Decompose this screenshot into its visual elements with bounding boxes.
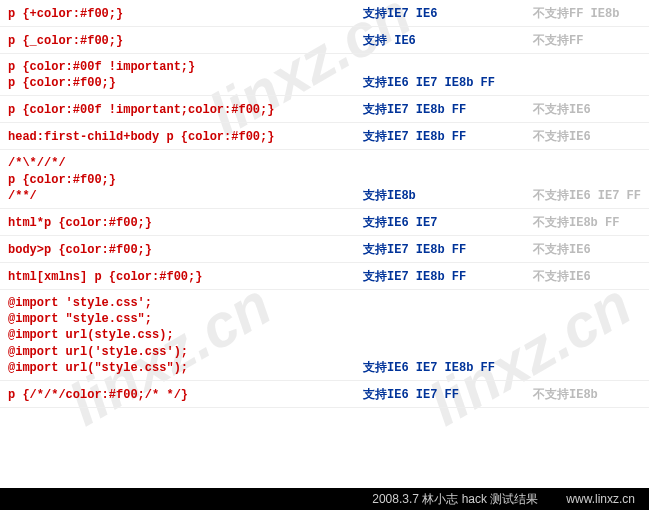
not-support-browsers: IE6: [569, 270, 591, 284]
not-support-cell: 不支持IE8b: [533, 386, 641, 403]
support-cell: 支持IE6 IE7 IE8b FF: [363, 74, 533, 91]
code-cell: @import 'style.css'; @import "style.css"…: [8, 295, 363, 376]
not-support-browsers: IE8b FF: [569, 216, 619, 230]
support-browsers: IE6 IE7: [387, 216, 437, 230]
support-browsers: IE6 IE7 FF: [387, 388, 459, 402]
support-cell: 支持IE7 IE8b FF: [363, 101, 533, 118]
not-support-label: 不支持: [533, 102, 569, 116]
support-cell: 支持IE8b: [363, 187, 533, 204]
support-label: 支持: [363, 33, 387, 47]
code-cell: p {/*/*/color:#f00;/* */}: [8, 387, 363, 403]
not-support-label: 不支持: [533, 33, 569, 47]
support-cell: 支持IE6 IE7 IE8b FF: [363, 359, 533, 376]
code-cell: p {_color:#f00;}: [8, 33, 363, 49]
code-cell: body>p {color:#f00;}: [8, 242, 363, 258]
support-cell: 支持 IE6: [363, 32, 533, 49]
not-support-label: 不支持: [533, 387, 569, 401]
table-row: p {+color:#f00;}支持IE7 IE6不支持FF IE8b: [0, 0, 649, 27]
code-cell: /*\*//*/ p {color:#f00;} /**/: [8, 155, 363, 204]
support-cell: 支持IE7 IE8b FF: [363, 241, 533, 258]
footer-bar: 2008.3.7 林小志 hack 测试结果 www.linxz.cn: [0, 488, 649, 510]
not-support-browsers: IE6: [569, 130, 591, 144]
not-support-browsers: IE6: [569, 103, 591, 117]
support-label: 支持: [363, 215, 387, 229]
table-row: head:first-child+body p {color:#f00;}支持I…: [0, 123, 649, 150]
support-label: 支持: [363, 6, 387, 20]
support-cell: 支持IE6 IE7: [363, 214, 533, 231]
support-label: 支持: [363, 188, 387, 202]
code-cell: html*p {color:#f00;}: [8, 215, 363, 231]
support-label: 支持: [363, 269, 387, 283]
code-cell: p {color:#00f !important;color:#f00;}: [8, 102, 363, 118]
support-browsers: IE6 IE7 IE8b FF: [387, 361, 495, 375]
table-row: p {color:#00f !important;color:#f00;}支持I…: [0, 96, 649, 123]
support-browsers: IE7 IE8b FF: [387, 103, 466, 117]
not-support-label: 不支持: [533, 215, 569, 229]
not-support-cell: 不支持IE6: [533, 268, 641, 285]
not-support-label: 不支持: [533, 6, 569, 20]
footer-url: www.linxz.cn: [566, 492, 635, 506]
table-row: @import 'style.css'; @import "style.css"…: [0, 290, 649, 381]
support-browsers: IE8b: [387, 189, 416, 203]
table-row: p {/*/*/color:#f00;/* */}支持IE6 IE7 FF不支持…: [0, 381, 649, 408]
support-browsers: IE6: [387, 34, 416, 48]
code-cell: html[xmlns] p {color:#f00;}: [8, 269, 363, 285]
not-support-label: 不支持: [533, 129, 569, 143]
support-browsers: IE7 IE6: [387, 7, 437, 21]
table-row: p {color:#00f !important;} p {color:#f00…: [0, 54, 649, 96]
support-browsers: IE7 IE8b FF: [387, 270, 466, 284]
not-support-browsers: IE6: [569, 243, 591, 257]
support-cell: 支持IE6 IE7 FF: [363, 386, 533, 403]
not-support-cell: 不支持IE6 IE7 FF: [533, 187, 641, 204]
support-cell: 支持IE7 IE8b FF: [363, 268, 533, 285]
table-row: p {_color:#f00;}支持 IE6不支持FF: [0, 27, 649, 54]
support-browsers: IE7 IE8b FF: [387, 130, 466, 144]
hack-results-table: p {+color:#f00;}支持IE7 IE6不支持FF IE8bp {_c…: [0, 0, 649, 408]
code-cell: head:first-child+body p {color:#f00;}: [8, 129, 363, 145]
table-row: body>p {color:#f00;}支持IE7 IE8b FF不支持IE6: [0, 236, 649, 263]
not-support-browsers: IE8b: [569, 388, 598, 402]
support-browsers: IE6 IE7 IE8b FF: [387, 76, 495, 90]
support-label: 支持: [363, 129, 387, 143]
not-support-cell: 不支持IE6: [533, 101, 641, 118]
not-support-browsers: FF IE8b: [569, 7, 619, 21]
table-row: html*p {color:#f00;}支持IE6 IE7不支持IE8b FF: [0, 209, 649, 236]
not-support-label: 不支持: [533, 188, 569, 202]
support-label: 支持: [363, 360, 387, 374]
not-support-browsers: FF: [569, 34, 583, 48]
support-cell: 支持IE7 IE8b FF: [363, 128, 533, 145]
not-support-cell: 不支持FF IE8b: [533, 5, 641, 22]
support-browsers: IE7 IE8b FF: [387, 243, 466, 257]
code-cell: p {color:#00f !important;} p {color:#f00…: [8, 59, 363, 91]
not-support-browsers: IE6 IE7 FF: [569, 189, 641, 203]
support-label: 支持: [363, 102, 387, 116]
not-support-cell: 不支持IE6: [533, 128, 641, 145]
support-label: 支持: [363, 75, 387, 89]
not-support-cell: 不支持FF: [533, 32, 641, 49]
table-row: html[xmlns] p {color:#f00;}支持IE7 IE8b FF…: [0, 263, 649, 290]
table-row: /*\*//*/ p {color:#f00;} /**/支持IE8b不支持IE…: [0, 150, 649, 209]
footer-text: 2008.3.7 林小志 hack 测试结果: [372, 491, 538, 508]
support-label: 支持: [363, 387, 387, 401]
support-cell: 支持IE7 IE6: [363, 5, 533, 22]
not-support-cell: 不支持IE8b FF: [533, 214, 641, 231]
support-label: 支持: [363, 242, 387, 256]
code-cell: p {+color:#f00;}: [8, 6, 363, 22]
not-support-cell: 不支持IE6: [533, 241, 641, 258]
not-support-label: 不支持: [533, 242, 569, 256]
not-support-label: 不支持: [533, 269, 569, 283]
